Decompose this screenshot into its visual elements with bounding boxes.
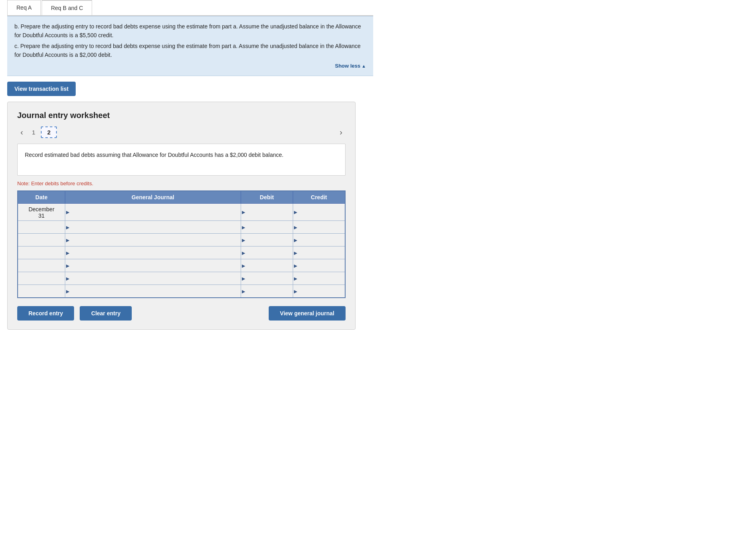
credit-input-5[interactable] <box>293 272 345 285</box>
debit-input-5[interactable] <box>241 272 293 285</box>
credit-input-2[interactable] <box>293 234 345 246</box>
col-header-credit: Credit <box>293 191 345 204</box>
table-row-date-3 <box>18 246 65 259</box>
tabs-bar: Req A Req B and C <box>7 0 373 16</box>
show-less-button[interactable]: Show less ▲ <box>14 62 366 70</box>
journal-input-6[interactable] <box>65 285 241 297</box>
record-entry-button[interactable]: Record entry <box>17 306 74 321</box>
debit-arrow-icon-6: ▶ <box>242 289 245 294</box>
row-arrow-icon-2: ▶ <box>66 237 69 242</box>
credit-input-4[interactable] <box>293 259 345 272</box>
table-row-date-2 <box>18 234 65 246</box>
table-row-journal-3[interactable]: ▶ <box>65 246 241 259</box>
table-row-credit-0[interactable]: ▶ <box>293 204 345 221</box>
table-row-credit-2[interactable]: ▶ <box>293 234 345 246</box>
row-arrow-icon-4: ▶ <box>66 263 69 268</box>
debit-arrow-icon-4: ▶ <box>242 263 245 268</box>
journal-input-0[interactable] <box>65 204 241 220</box>
credit-input-3[interactable] <box>293 246 345 259</box>
row-arrow-icon-0: ▶ <box>66 210 69 215</box>
note-text: Note: Enter debits before credits. <box>17 180 346 186</box>
debit-arrow-icon-5: ▶ <box>242 276 245 281</box>
journal-input-2[interactable] <box>65 234 241 246</box>
table-row-journal-4[interactable]: ▶ <box>65 259 241 272</box>
table-row-credit-3[interactable]: ▶ <box>293 246 345 259</box>
page-2-button[interactable]: 2 <box>41 126 57 138</box>
credit-arrow-icon-0: ▶ <box>294 210 297 215</box>
table-row-date-0: December 31 <box>18 204 65 221</box>
debit-arrow-icon-2: ▶ <box>242 237 245 242</box>
table-row-journal-1[interactable]: ▶ <box>65 221 241 234</box>
debit-arrow-icon-0: ▶ <box>242 210 245 215</box>
tab-req-bc[interactable]: Req B and C <box>42 0 92 15</box>
credit-arrow-icon-5: ▶ <box>294 276 297 281</box>
table-row-credit-6[interactable]: ▶ <box>293 285 345 298</box>
table-row-journal-5[interactable]: ▶ <box>65 272 241 285</box>
credit-arrow-icon-1: ▶ <box>294 224 297 230</box>
tab-req-a[interactable]: Req A <box>7 0 41 15</box>
col-header-general-journal: General Journal <box>65 191 241 204</box>
next-page-button[interactable]: › <box>336 127 346 138</box>
table-row-date-6 <box>18 285 65 298</box>
row-arrow-icon-3: ▶ <box>66 250 69 255</box>
credit-input-6[interactable] <box>293 285 345 297</box>
info-box: b. Prepare the adjusting entry to record… <box>7 16 373 76</box>
worksheet-card: Journal entry worksheet ‹ 1 2 › Record e… <box>7 102 356 330</box>
info-part-b: b. Prepare the adjusting entry to record… <box>14 22 366 40</box>
debit-arrow-icon-3: ▶ <box>242 250 245 255</box>
table-row-debit-0[interactable]: ▶ <box>241 204 293 221</box>
view-transaction-list-button[interactable]: View transaction list <box>7 82 76 96</box>
debit-input-3[interactable] <box>241 246 293 259</box>
description-box: Record estimated bad debts assuming that… <box>17 144 346 176</box>
table-row-journal-2[interactable]: ▶ <box>65 234 241 246</box>
prev-page-button[interactable]: ‹ <box>17 127 26 138</box>
table-row-date-4 <box>18 259 65 272</box>
journal-table: Date General Journal Debit Credit Decemb… <box>17 190 346 298</box>
col-header-debit: Debit <box>241 191 293 204</box>
debit-input-1[interactable] <box>241 221 293 233</box>
row-arrow-icon-5: ▶ <box>66 276 69 281</box>
debit-input-4[interactable] <box>241 259 293 272</box>
table-row-date-5 <box>18 272 65 285</box>
credit-arrow-icon-2: ▶ <box>294 237 297 242</box>
table-row-journal-6[interactable]: ▶ <box>65 285 241 298</box>
col-header-date: Date <box>18 191 65 204</box>
table-row-credit-4[interactable]: ▶ <box>293 259 345 272</box>
row-arrow-icon-1: ▶ <box>66 224 69 230</box>
page-1-button[interactable]: 1 <box>26 127 41 137</box>
table-row-debit-5[interactable]: ▶ <box>241 272 293 285</box>
table-row-debit-4[interactable]: ▶ <box>241 259 293 272</box>
table-row-credit-5[interactable]: ▶ <box>293 272 345 285</box>
credit-arrow-icon-6: ▶ <box>294 289 297 294</box>
credit-arrow-icon-4: ▶ <box>294 263 297 268</box>
table-row-journal-0[interactable]: ▶ <box>65 204 241 221</box>
debit-input-0[interactable] <box>241 204 293 220</box>
info-part-c: c. Prepare the adjusting entry to record… <box>14 42 366 60</box>
debit-arrow-icon-1: ▶ <box>242 224 245 230</box>
table-row-credit-1[interactable]: ▶ <box>293 221 345 234</box>
debit-input-2[interactable] <box>241 234 293 246</box>
row-arrow-icon-6: ▶ <box>66 289 69 294</box>
table-row-debit-1[interactable]: ▶ <box>241 221 293 234</box>
table-row-debit-3[interactable]: ▶ <box>241 246 293 259</box>
credit-input-0[interactable] <box>293 204 345 220</box>
bottom-buttons: Record entry Clear entry View general jo… <box>17 306 346 321</box>
journal-input-4[interactable] <box>65 259 241 272</box>
worksheet-title: Journal entry worksheet <box>17 111 346 120</box>
table-row-debit-6[interactable]: ▶ <box>241 285 293 298</box>
view-general-journal-button[interactable]: View general journal <box>269 306 346 321</box>
table-row-debit-2[interactable]: ▶ <box>241 234 293 246</box>
journal-input-5[interactable] <box>65 272 241 285</box>
table-row-date-1 <box>18 221 65 234</box>
credit-arrow-icon-3: ▶ <box>294 250 297 255</box>
clear-entry-button[interactable]: Clear entry <box>80 306 132 321</box>
credit-input-1[interactable] <box>293 221 345 233</box>
show-less-arrow-icon: ▲ <box>360 64 366 68</box>
journal-input-1[interactable] <box>65 221 241 233</box>
debit-input-6[interactable] <box>241 285 293 297</box>
journal-input-3[interactable] <box>65 246 241 259</box>
page-navigation: ‹ 1 2 › <box>17 126 346 138</box>
